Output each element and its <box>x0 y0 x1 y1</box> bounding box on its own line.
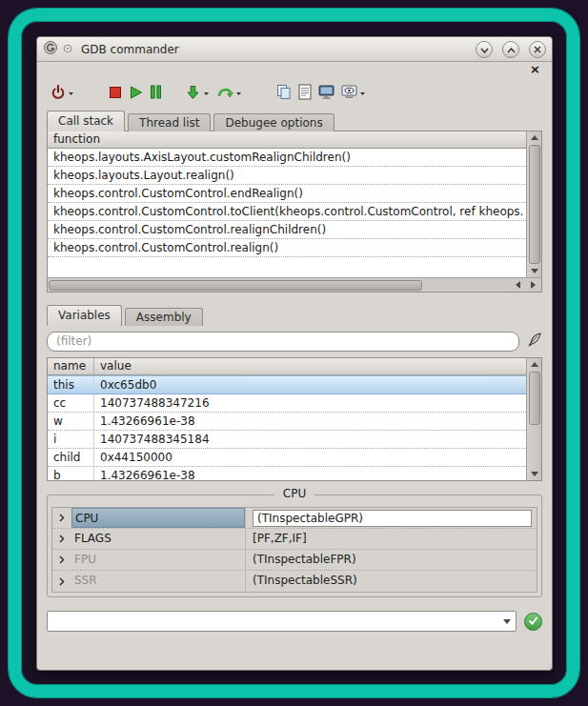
titlebar[interactable]: GDB commander <box>37 37 552 62</box>
watch-icon <box>341 85 357 102</box>
callstack-row[interactable]: kheops.layouts.AxisLayout.customRealignC… <box>48 149 526 167</box>
callstack-column-header[interactable]: function <box>48 131 526 149</box>
variable-value: 140737488345184 <box>93 431 526 448</box>
callstack-horizontal-scrollbar[interactable] <box>48 277 541 292</box>
scrollbar-thumb[interactable] <box>49 280 422 291</box>
check-icon <box>528 615 538 628</box>
close-button[interactable] <box>529 41 546 58</box>
variables-vertical-scrollbar[interactable] <box>526 358 541 480</box>
scroll-up-icon[interactable] <box>527 358 542 371</box>
cpu-register-row[interactable]: CPU (TInspectableGPR) <box>52 508 537 529</box>
callstack-vertical-scrollbar[interactable] <box>526 131 541 277</box>
tab-debugee-options[interactable]: Debugee options <box>213 113 334 131</box>
filter-input[interactable] <box>47 332 519 352</box>
callstack-row[interactable]: kheops.control.CustomControl.toClient(kh… <box>48 203 526 221</box>
window-content: × <box>37 62 552 670</box>
variables-tabbar: Variables Assembly <box>47 304 542 326</box>
column-header-value[interactable]: value <box>93 358 526 374</box>
dropdown-arrow-icon[interactable] <box>68 91 74 96</box>
maximize-button[interactable] <box>502 41 519 58</box>
monitor-button[interactable] <box>318 82 335 105</box>
combo-dropdown-button[interactable] <box>498 612 516 631</box>
command-combobox[interactable] <box>47 611 517 632</box>
register-group-value: (TInspectableFPR) <box>245 550 537 570</box>
dropdown-arrow-icon[interactable] <box>235 91 242 96</box>
log-button[interactable] <box>298 82 312 105</box>
register-group-value: (TInspectableSSR) <box>245 571 537 592</box>
minimize-button[interactable] <box>476 41 493 58</box>
register-group-name: FPU <box>71 550 245 570</box>
variable-row[interactable]: w 1.43266961e-38 <box>48 413 526 431</box>
column-header-name[interactable]: name <box>48 358 93 374</box>
app-icon <box>43 40 58 58</box>
variables-panel: name value this 0xc65db0 cc 140737488347… <box>47 357 542 481</box>
register-value-editor[interactable]: (TInspectableGPR) <box>253 510 532 527</box>
pause-icon <box>150 85 162 102</box>
variable-row[interactable]: this 0xc65db0 <box>48 375 526 394</box>
scroll-down-icon[interactable] <box>527 468 542 480</box>
scroll-up-icon[interactable] <box>527 131 542 144</box>
variable-row[interactable]: i 140737488345184 <box>48 431 526 449</box>
step-over-button[interactable] <box>216 82 242 105</box>
callstack-table: function kheops.layouts.AxisLayout.custo… <box>48 131 526 277</box>
tab-assembly[interactable]: Assembly <box>125 308 203 326</box>
pause-button[interactable] <box>150 82 162 105</box>
scroll-right-icon[interactable] <box>525 279 540 292</box>
expander-icon[interactable] <box>52 577 71 586</box>
scrollbar-thumb[interactable] <box>529 372 540 425</box>
scrollbar-thumb[interactable] <box>529 145 540 264</box>
tab-call-stack[interactable]: Call stack <box>47 111 125 131</box>
quill-icon[interactable] <box>526 332 542 351</box>
cpu-register-row[interactable]: FLAGS [PF,ZF,IF] <box>52 529 537 550</box>
scroll-down-icon[interactable] <box>527 265 542 277</box>
expander-icon[interactable] <box>52 555 71 564</box>
run-button[interactable] <box>129 82 143 105</box>
variable-value: 1.43266961e-38 <box>93 467 526 480</box>
cpu-register-table: CPU (TInspectableGPR) FLAGS [PF,ZF,IF] F… <box>51 507 537 593</box>
window-title: GDB commander <box>81 43 179 56</box>
callstack-row[interactable]: kheops.control.CustomControl.realignChil… <box>48 221 526 239</box>
command-input[interactable] <box>48 613 498 630</box>
variables-header-row: name value <box>48 358 526 375</box>
variable-name: i <box>48 431 93 448</box>
variable-value: 0x44150000 <box>93 449 526 466</box>
variables-filter-row <box>47 331 542 352</box>
send-command-button[interactable] <box>524 613 542 631</box>
log-icon <box>298 84 312 103</box>
gdb-commander-window: GDB commander × <box>36 36 553 671</box>
variable-value: 0xc65db0 <box>93 376 526 393</box>
dock-bar: × <box>47 62 542 77</box>
dock-close-button[interactable]: × <box>528 64 542 75</box>
chevron-down-icon <box>480 43 489 56</box>
cpu-register-row[interactable]: SSR (TInspectableSSR) <box>52 571 537 592</box>
callstack-row[interactable]: kheops.control.CustomControl.endRealign(… <box>48 185 526 203</box>
variable-row[interactable]: cc 140737488347216 <box>48 394 526 413</box>
tab-thread-list[interactable]: Thread list <box>128 113 211 131</box>
variable-name: child <box>48 449 93 466</box>
variable-row[interactable]: child 0x44150000 <box>48 449 526 467</box>
step-into-button[interactable] <box>185 82 210 105</box>
dropdown-arrow-icon[interactable] <box>203 91 210 96</box>
variable-value: 1.43266961e-38 <box>93 413 526 430</box>
watch-button[interactable] <box>341 82 366 105</box>
cpu-register-row[interactable]: FPU (TInspectableFPR) <box>52 550 537 571</box>
run-icon <box>129 85 143 103</box>
expander-icon[interactable] <box>52 535 71 543</box>
stop-button[interactable] <box>109 82 122 105</box>
callstack-empty-area <box>48 257 526 277</box>
dropdown-arrow-icon[interactable] <box>359 91 366 96</box>
callstack-panel: function kheops.layouts.AxisLayout.custo… <box>47 131 542 292</box>
step-into-icon <box>185 84 201 103</box>
callstack-row[interactable]: kheops.control.CustomControl.realign() <box>48 239 526 257</box>
expander-icon[interactable] <box>52 514 71 522</box>
tab-variables[interactable]: Variables <box>47 305 122 326</box>
variable-row[interactable]: b 1.43266961e-38 <box>48 467 526 480</box>
callstack-tabbar: Call stack Thread list Debugee options <box>47 110 542 131</box>
copy-button[interactable] <box>276 82 292 105</box>
callstack-row[interactable]: kheops.layouts.Layout.realign() <box>48 167 526 185</box>
variable-name: b <box>48 467 93 480</box>
register-group-value: (TInspectableGPR) <box>245 508 537 528</box>
scroll-left-icon[interactable] <box>510 279 525 292</box>
variable-name: w <box>48 413 93 430</box>
power-button[interactable] <box>51 82 74 105</box>
